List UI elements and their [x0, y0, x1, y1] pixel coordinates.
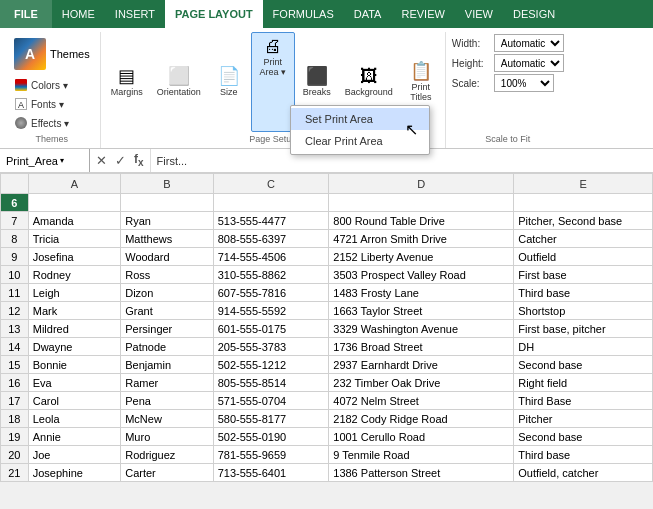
- cell-d12[interactable]: 1663 Taylor Street: [329, 302, 514, 320]
- cell-c12[interactable]: 914-555-5592: [213, 302, 329, 320]
- confirm-formula-icon[interactable]: ✓: [113, 153, 128, 168]
- cell-e14[interactable]: DH: [514, 338, 653, 356]
- cell-d6[interactable]: Street Address: [329, 194, 514, 212]
- cell-b13[interactable]: Persinger: [121, 320, 213, 338]
- cell-b9[interactable]: Woodard: [121, 248, 213, 266]
- cell-a21[interactable]: Josephine: [28, 464, 120, 482]
- cell-b8[interactable]: Matthews: [121, 230, 213, 248]
- row-num-14[interactable]: 14: [1, 338, 29, 356]
- cell-d19[interactable]: 1001 Cerullo Road: [329, 428, 514, 446]
- cell-a15[interactable]: Bonnie: [28, 356, 120, 374]
- cell-c18[interactable]: 580-555-8177: [213, 410, 329, 428]
- clear-print-area-item[interactable]: Clear Print Area: [291, 130, 429, 152]
- cell-a19[interactable]: Annie: [28, 428, 120, 446]
- tab-view[interactable]: VIEW: [455, 0, 503, 28]
- cell-c13[interactable]: 601-555-0175: [213, 320, 329, 338]
- cell-b11[interactable]: Dizon: [121, 284, 213, 302]
- themes-button[interactable]: A Themes: [10, 34, 94, 74]
- cell-a16[interactable]: Eva: [28, 374, 120, 392]
- cell-c8[interactable]: 808-555-6397: [213, 230, 329, 248]
- row-num-16[interactable]: 16: [1, 374, 29, 392]
- tab-formulas[interactable]: FORMULAS: [263, 0, 344, 28]
- cell-c15[interactable]: 502-555-1212: [213, 356, 329, 374]
- scale-select[interactable]: 100%: [494, 74, 554, 92]
- cell-c14[interactable]: 205-555-3783: [213, 338, 329, 356]
- cell-b7[interactable]: Ryan: [121, 212, 213, 230]
- cell-a14[interactable]: Dwayne: [28, 338, 120, 356]
- cell-b6[interactable]: Last: [121, 194, 213, 212]
- cell-d11[interactable]: 1483 Frosty Lane: [329, 284, 514, 302]
- cell-e12[interactable]: Shortstop: [514, 302, 653, 320]
- cell-d9[interactable]: 2152 Liberty Avenue: [329, 248, 514, 266]
- row-num-10[interactable]: 10: [1, 266, 29, 284]
- col-header-b[interactable]: B: [121, 174, 213, 194]
- cancel-formula-icon[interactable]: ✕: [94, 153, 109, 168]
- cell-c11[interactable]: 607-555-7816: [213, 284, 329, 302]
- cell-c10[interactable]: 310-555-8862: [213, 266, 329, 284]
- cell-b16[interactable]: Ramer: [121, 374, 213, 392]
- cell-c17[interactable]: 571-555-0704: [213, 392, 329, 410]
- col-header-a[interactable]: A: [28, 174, 120, 194]
- cell-d17[interactable]: 4072 Nelm Street: [329, 392, 514, 410]
- cell-c21[interactable]: 713-555-6401: [213, 464, 329, 482]
- row-num-19[interactable]: 19: [1, 428, 29, 446]
- cell-a18[interactable]: Leola: [28, 410, 120, 428]
- cell-b14[interactable]: Patnode: [121, 338, 213, 356]
- margins-button[interactable]: ▤ Margins: [105, 32, 149, 132]
- colors-button[interactable]: Colors ▾: [10, 76, 94, 94]
- cell-e13[interactable]: First base, pitcher: [514, 320, 653, 338]
- cell-b10[interactable]: Ross: [121, 266, 213, 284]
- cell-a10[interactable]: Rodney: [28, 266, 120, 284]
- fonts-button[interactable]: A Fonts ▾: [10, 95, 94, 113]
- cell-c20[interactable]: 781-555-9659: [213, 446, 329, 464]
- cell-b17[interactable]: Pena: [121, 392, 213, 410]
- cell-a12[interactable]: Mark: [28, 302, 120, 320]
- cell-c9[interactable]: 714-555-4506: [213, 248, 329, 266]
- cell-b21[interactable]: Carter: [121, 464, 213, 482]
- cell-d16[interactable]: 232 Timber Oak Drive: [329, 374, 514, 392]
- cell-e8[interactable]: Catcher: [514, 230, 653, 248]
- tab-design[interactable]: DESIGN: [503, 0, 565, 28]
- col-header-c[interactable]: C: [213, 174, 329, 194]
- row-num-17[interactable]: 17: [1, 392, 29, 410]
- row-num-18[interactable]: 18: [1, 410, 29, 428]
- cell-e16[interactable]: Right field: [514, 374, 653, 392]
- cell-b20[interactable]: Rodriguez: [121, 446, 213, 464]
- cell-e10[interactable]: First base: [514, 266, 653, 284]
- cell-d10[interactable]: 3503 Prospect Valley Road: [329, 266, 514, 284]
- row-num-15[interactable]: 15: [1, 356, 29, 374]
- name-box[interactable]: Print_Area ▾: [0, 149, 90, 172]
- tab-file[interactable]: FILE: [0, 0, 52, 28]
- height-select[interactable]: Automatic: [494, 54, 564, 72]
- cell-e20[interactable]: Third base: [514, 446, 653, 464]
- row-num-12[interactable]: 12: [1, 302, 29, 320]
- cell-b15[interactable]: Benjamin: [121, 356, 213, 374]
- row-num-21[interactable]: 21: [1, 464, 29, 482]
- cell-c16[interactable]: 805-555-8514: [213, 374, 329, 392]
- cell-e18[interactable]: Pitcher: [514, 410, 653, 428]
- cell-b18[interactable]: McNew: [121, 410, 213, 428]
- cell-e6[interactable]: Position(s): [514, 194, 653, 212]
- cell-a7[interactable]: Amanda: [28, 212, 120, 230]
- cell-a17[interactable]: Carol: [28, 392, 120, 410]
- cell-d13[interactable]: 3329 Washington Avenue: [329, 320, 514, 338]
- row-num-11[interactable]: 11: [1, 284, 29, 302]
- row-num-20[interactable]: 20: [1, 446, 29, 464]
- tab-review[interactable]: REVIEW: [391, 0, 454, 28]
- cell-a6[interactable]: First Name: [28, 194, 120, 212]
- insert-function-icon[interactable]: fx: [132, 152, 146, 168]
- cell-d18[interactable]: 2182 Cody Ridge Road: [329, 410, 514, 428]
- print-area-button[interactable]: 🖨 PrintArea ▾: [251, 32, 295, 132]
- effects-button[interactable]: Effects ▾: [10, 114, 94, 132]
- cell-e17[interactable]: Third Base: [514, 392, 653, 410]
- cell-d20[interactable]: 9 Tenmile Road: [329, 446, 514, 464]
- cell-a13[interactable]: Mildred: [28, 320, 120, 338]
- tab-home[interactable]: HOME: [52, 0, 105, 28]
- cell-e15[interactable]: Second base: [514, 356, 653, 374]
- cell-e11[interactable]: Third base: [514, 284, 653, 302]
- cell-d8[interactable]: 4721 Arron Smith Drive: [329, 230, 514, 248]
- tab-data[interactable]: DATA: [344, 0, 392, 28]
- cell-b12[interactable]: Grant: [121, 302, 213, 320]
- cell-d21[interactable]: 1386 Patterson Street: [329, 464, 514, 482]
- orientation-button[interactable]: ⬜ Orientation: [151, 32, 207, 132]
